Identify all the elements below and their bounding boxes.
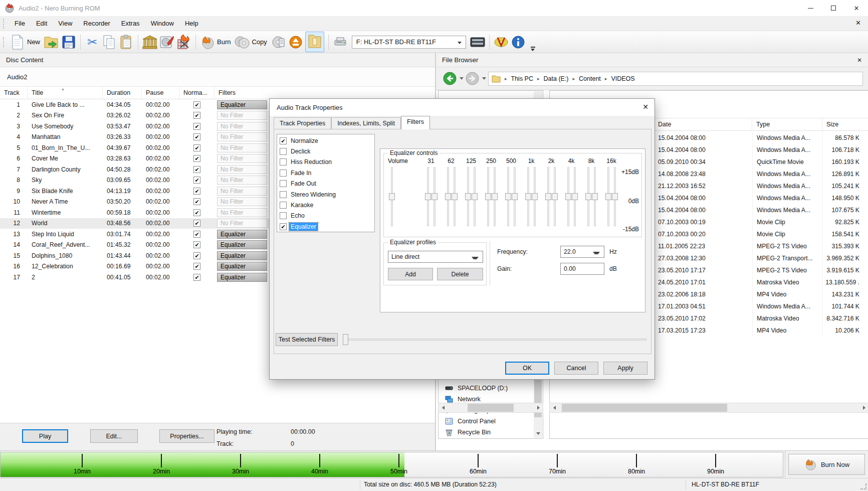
- breadcrumb-item[interactable]: VIDEOS: [611, 75, 634, 82]
- forward-history-icon[interactable]: [482, 77, 486, 80]
- track-filter-button[interactable]: No Filter: [217, 187, 267, 196]
- normalize-checkbox[interactable]: ✔: [193, 144, 200, 151]
- eq-slider[interactable]: [594, 167, 596, 226]
- scrollbar-thumb[interactable]: [562, 404, 727, 412]
- eq-slider-handle[interactable]: [605, 193, 611, 200]
- eq-slider[interactable]: [514, 167, 516, 226]
- properties-button[interactable]: Properties...: [159, 429, 214, 443]
- eq-slider-handle[interactable]: [431, 193, 438, 200]
- eq-slider-handle[interactable]: [505, 193, 511, 200]
- breadcrumb-item[interactable]: This PC: [511, 75, 533, 82]
- eq-slider[interactable]: [534, 167, 536, 226]
- filter-checkbox[interactable]: [280, 202, 287, 209]
- dialog-filter-item[interactable]: Fade Out: [277, 179, 374, 189]
- column-size[interactable]: Size: [822, 118, 861, 130]
- normalize-checkbox[interactable]: ✔: [193, 274, 200, 281]
- eq-slider-handle[interactable]: [485, 193, 491, 200]
- tree-item[interactable]: Recycle Bin: [439, 427, 533, 438]
- filter-checkbox[interactable]: [280, 180, 287, 187]
- eq-slider-handle[interactable]: [552, 193, 558, 200]
- normalize-checkbox[interactable]: ✔: [193, 155, 200, 162]
- track-filter-button[interactable]: No Filter: [217, 154, 267, 163]
- track-filter-button[interactable]: Equalizer: [217, 240, 267, 249]
- menu-item-edit[interactable]: Edit: [31, 17, 53, 30]
- dialog-filter-item[interactable]: Declick: [277, 146, 374, 156]
- back-history-icon[interactable]: [460, 77, 464, 80]
- normalize-checkbox[interactable]: ✔: [193, 231, 200, 238]
- filter-checkbox[interactable]: [280, 191, 287, 198]
- eq-slider-handle[interactable]: [512, 193, 518, 200]
- gain-input[interactable]: 0.00: [560, 263, 604, 275]
- copy-disc-icon[interactable]: [234, 33, 251, 51]
- track-filter-button[interactable]: Equalizer: [217, 262, 267, 271]
- track-filter-button[interactable]: Equalizer: [217, 273, 267, 282]
- menu-item-file[interactable]: File: [9, 17, 31, 30]
- track-filter-button[interactable]: Equalizer: [217, 100, 267, 109]
- dialog-filter-item[interactable]: Echo: [277, 211, 374, 221]
- dialog-filter-item[interactable]: ✔Normalize: [277, 135, 374, 146]
- tree-item[interactable]: SPACELOOP (D:): [439, 383, 533, 394]
- dialog-tab[interactable]: Filters: [401, 116, 430, 129]
- eq-slider[interactable]: [427, 167, 429, 226]
- track-filter-button[interactable]: No Filter: [217, 219, 267, 228]
- normalize-checkbox[interactable]: ✔: [193, 177, 200, 184]
- test-selected-filters-button[interactable]: Test Selected Filters: [276, 333, 338, 346]
- eq-slider-handle[interactable]: [525, 193, 531, 200]
- scrollbar-thumb[interactable]: [468, 404, 514, 412]
- track-filter-button[interactable]: No Filter: [217, 111, 267, 120]
- dialog-filter-item[interactable]: ✔Equalizer: [277, 221, 374, 232]
- frequency-select[interactable]: 22.0: [560, 246, 604, 258]
- tree-horizontal-scrollbar[interactable]: [438, 403, 543, 413]
- column-duration[interactable]: Duration: [103, 87, 142, 99]
- dialog-filter-item[interactable]: Fade In: [277, 168, 374, 178]
- eq-slider-handle[interactable]: [492, 193, 498, 200]
- new-button-label[interactable]: New: [27, 38, 40, 46]
- eq-slider[interactable]: [587, 167, 589, 226]
- tree-item[interactable]: Control Panel: [439, 416, 533, 427]
- breadcrumb-item[interactable]: Data (E:): [544, 75, 569, 82]
- scroll-down-icon[interactable]: [534, 429, 542, 438]
- normalize-checkbox[interactable]: ✔: [193, 209, 200, 216]
- eq-slider[interactable]: [614, 167, 616, 226]
- dialog-filter-item[interactable]: Karaoke: [277, 200, 374, 210]
- normalize-checkbox[interactable]: ✔: [193, 133, 200, 140]
- eq-slider[interactable]: [567, 167, 569, 226]
- track-filter-button[interactable]: No Filter: [217, 132, 267, 141]
- burn-icon[interactable]: [199, 33, 216, 51]
- back-icon[interactable]: [443, 72, 457, 85]
- copy-button-label[interactable]: Copy: [252, 38, 267, 46]
- column-type[interactable]: Type: [752, 118, 822, 130]
- eq-slider-handle[interactable]: [532, 193, 538, 200]
- delete-profile-button[interactable]: Delete: [437, 268, 483, 280]
- normalize-checkbox[interactable]: ✔: [193, 101, 200, 108]
- normalize-checkbox[interactable]: ✔: [193, 123, 200, 130]
- column-track[interactable]: Track: [0, 87, 28, 99]
- eq-slider-handle[interactable]: [425, 193, 431, 200]
- scroll-left-icon[interactable]: [439, 403, 448, 412]
- dialog-filter-item[interactable]: Stereo Widening: [277, 189, 374, 200]
- dialog-filter-item[interactable]: Hiss Reduction: [277, 157, 374, 168]
- track-filter-button[interactable]: No Filter: [217, 165, 267, 174]
- dialog-tab[interactable]: Indexes, Limits, Split: [331, 117, 401, 129]
- dialog-close-icon[interactable]: ✕: [642, 103, 648, 111]
- copy-icon[interactable]: [101, 33, 118, 51]
- column-title[interactable]: Title: [28, 87, 103, 99]
- add-profile-button[interactable]: Add: [388, 268, 433, 280]
- track-filter-button[interactable]: No Filter: [217, 122, 267, 131]
- dialog-tab[interactable]: Track Properties: [274, 117, 331, 129]
- database-icon[interactable]: [141, 33, 158, 51]
- filter-checkbox[interactable]: [280, 212, 287, 219]
- eq-slider-handle[interactable]: [585, 193, 591, 200]
- filter-checkbox[interactable]: ✔: [280, 223, 287, 230]
- column-date[interactable]: Date: [653, 118, 752, 130]
- eq-slider-handle[interactable]: [572, 193, 578, 200]
- normalize-checkbox[interactable]: ✔: [193, 166, 200, 173]
- normalize-checkbox[interactable]: ✔: [193, 263, 200, 270]
- eq-slider[interactable]: [447, 167, 449, 226]
- eq-slider-handle[interactable]: [592, 193, 598, 200]
- file-browser-toggle[interactable]: [305, 32, 324, 52]
- eq-slider-handle[interactable]: [452, 193, 458, 200]
- track-filter-button[interactable]: No Filter: [217, 197, 267, 206]
- slider-handle[interactable]: [343, 334, 348, 345]
- eq-slider[interactable]: [474, 167, 476, 226]
